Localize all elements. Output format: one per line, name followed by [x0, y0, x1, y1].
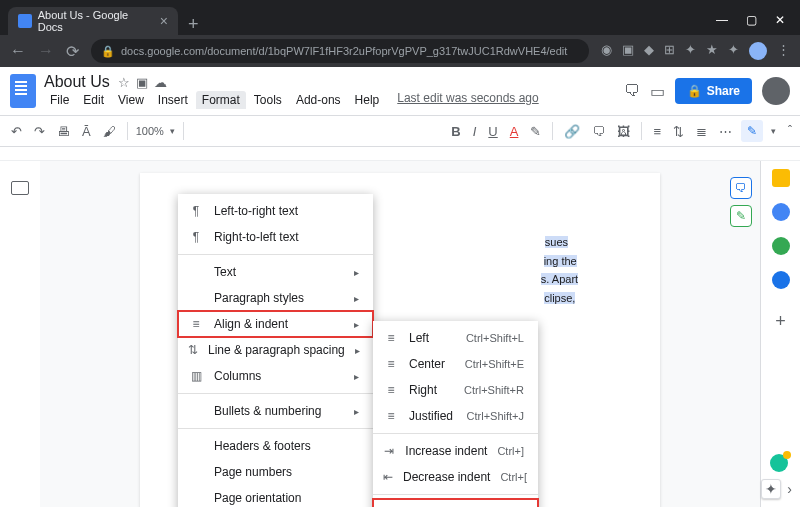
more-icon[interactable]: ⋯ — [716, 122, 735, 141]
ext-icon[interactable]: ⊞ — [664, 42, 675, 60]
tasks-icon[interactable] — [772, 237, 790, 255]
tab-title: About Us - Google Docs — [38, 9, 154, 33]
menu-file[interactable]: File — [44, 91, 75, 109]
menu-ltr[interactable]: ¶Left-to-right text — [178, 198, 373, 224]
grammarly-icon[interactable] — [770, 454, 788, 472]
menu-text[interactable]: Text▸ — [178, 259, 373, 285]
keep-icon[interactable] — [772, 203, 790, 221]
toolbar: ↶ ↷ 🖶 Ā 🖌 100%▾ B I U A ✎ 🔗 🗨 🖼 ≡ ⇅ ≣ ⋯ … — [0, 115, 800, 147]
scroll-right-icon[interactable]: › — [787, 481, 792, 497]
menu-insert[interactable]: Insert — [152, 91, 194, 109]
contacts-icon[interactable] — [772, 271, 790, 289]
add-comment-bubble[interactable]: 🗨 — [730, 177, 752, 199]
align-icon[interactable]: ≡ — [650, 122, 664, 141]
menu-help[interactable]: Help — [349, 91, 386, 109]
editing-mode-button[interactable]: ✎ — [741, 120, 763, 142]
close-tab-icon[interactable]: × — [160, 13, 168, 29]
cloud-icon[interactable]: ☁ — [154, 75, 167, 90]
text-color-icon[interactable]: A — [507, 122, 522, 141]
docs-favicon — [18, 14, 32, 28]
submenu-decrease-indent[interactable]: ⇤Decrease indentCtrl+[ — [373, 464, 538, 490]
spellcheck-icon[interactable]: Ā — [79, 122, 94, 141]
lock-icon: 🔒 — [101, 45, 115, 58]
minimize-icon[interactable]: — — [716, 13, 728, 27]
menu-rtl[interactable]: ¶Right-to-left text — [178, 224, 373, 250]
italic-icon[interactable]: I — [470, 122, 480, 141]
profile-avatar[interactable] — [749, 42, 767, 60]
share-button[interactable]: 🔒 Share — [675, 78, 752, 104]
menu-tools[interactable]: Tools — [248, 91, 288, 109]
paint-format-icon[interactable]: 🖌 — [100, 122, 119, 141]
submenu-right[interactable]: ≡RightCtrl+Shift+R — [373, 377, 538, 403]
present-icon[interactable]: ▭ — [650, 82, 665, 101]
address-bar[interactable]: 🔒 docs.google.com/document/d/1bqPW7lF1fH… — [91, 39, 589, 63]
highlight-icon[interactable]: ✎ — [527, 122, 544, 141]
menu-bullets[interactable]: Bullets & numbering▸ — [178, 398, 373, 424]
new-tab-button[interactable]: + — [178, 14, 209, 35]
ruler[interactable] — [0, 147, 800, 161]
menu-format[interactable]: Format — [196, 91, 246, 109]
maximize-icon[interactable]: ▢ — [746, 13, 757, 27]
move-icon[interactable]: ▣ — [136, 75, 148, 90]
redo-icon[interactable]: ↷ — [31, 122, 48, 141]
account-avatar[interactable] — [762, 77, 790, 105]
comments-history-icon[interactable]: 🗨 — [624, 82, 640, 100]
reload-icon[interactable]: ⟳ — [66, 42, 79, 61]
ext-icon[interactable]: ◆ — [644, 42, 654, 60]
ext-icon[interactable]: ◉ — [601, 42, 612, 60]
menu-align-indent[interactable]: ≡Align & indent▸ — [178, 311, 373, 337]
add-addon-icon[interactable]: + — [775, 311, 786, 332]
suggest-edit-bubble[interactable]: ✎ — [730, 205, 752, 227]
line-spacing-icon[interactable]: ⇅ — [670, 122, 687, 141]
collapse-toolbar-icon[interactable]: ˆ — [788, 124, 792, 138]
menu-paragraph-styles[interactable]: Paragraph styles▸ — [178, 285, 373, 311]
menu-page-orientation[interactable]: Page orientation — [178, 485, 373, 507]
star-icon[interactable]: ☆ — [118, 75, 130, 90]
underline-icon[interactable]: U — [485, 122, 500, 141]
kebab-icon[interactable]: ⋮ — [777, 42, 790, 60]
menu-edit[interactable]: Edit — [77, 91, 110, 109]
extensions-icon[interactable]: ✦ — [728, 42, 739, 60]
submenu-left[interactable]: ≡LeftCtrl+Shift+L — [373, 325, 538, 351]
window-close-icon[interactable]: ✕ — [775, 13, 785, 27]
add-comment-icon[interactable]: 🗨 — [589, 122, 608, 141]
menu-headers-footers[interactable]: Headers & footers — [178, 433, 373, 459]
submenu-increase-indent[interactable]: ⇥Increase indentCtrl+] — [373, 438, 538, 464]
browser-tab[interactable]: About Us - Google Docs × — [8, 7, 178, 35]
insert-link-icon[interactable]: 🔗 — [561, 122, 583, 141]
menu-line-spacing[interactable]: ⇅Line & paragraph spacing▸ — [178, 337, 373, 363]
ext-icon[interactable]: ▣ — [622, 42, 634, 60]
last-edit-link[interactable]: Last edit was seconds ago — [397, 91, 538, 109]
explore-button[interactable]: ✦ — [761, 479, 781, 499]
lock-icon: 🔒 — [687, 84, 702, 98]
document-title[interactable]: About Us — [44, 73, 110, 91]
menu-page-numbers[interactable]: Page numbers — [178, 459, 373, 485]
menu-addons[interactable]: Add-ons — [290, 91, 347, 109]
docs-logo[interactable] — [10, 74, 36, 108]
forward-icon: → — [38, 42, 54, 60]
undo-icon[interactable]: ↶ — [8, 122, 25, 141]
insert-image-icon[interactable]: 🖼 — [614, 122, 633, 141]
list-icon[interactable]: ≣ — [693, 122, 710, 141]
format-menu-popup: ¶Left-to-right text ¶Right-to-left text … — [178, 194, 373, 507]
align-indent-submenu: ≡LeftCtrl+Shift+L ≡CenterCtrl+Shift+E ≡R… — [373, 321, 538, 507]
ext-icon[interactable]: ✦ — [685, 42, 696, 60]
calendar-icon[interactable] — [772, 169, 790, 187]
submenu-justified[interactable]: ≡JustifiedCtrl+Shift+J — [373, 403, 538, 429]
zoom-select[interactable]: 100% — [136, 125, 164, 137]
back-icon[interactable]: ← — [10, 42, 26, 60]
submenu-indentation-options[interactable]: Indentation options — [373, 499, 538, 507]
outline-toggle-icon[interactable] — [11, 181, 29, 195]
bold-icon[interactable]: B — [448, 122, 463, 141]
ext-icon[interactable]: ★ — [706, 42, 718, 60]
print-icon[interactable]: 🖶 — [54, 122, 73, 141]
submenu-center[interactable]: ≡CenterCtrl+Shift+E — [373, 351, 538, 377]
url-text: docs.google.com/document/d/1bqPW7lF1fHF3… — [121, 45, 567, 57]
menu-view[interactable]: View — [112, 91, 150, 109]
menu-columns[interactable]: ▥Columns▸ — [178, 363, 373, 389]
